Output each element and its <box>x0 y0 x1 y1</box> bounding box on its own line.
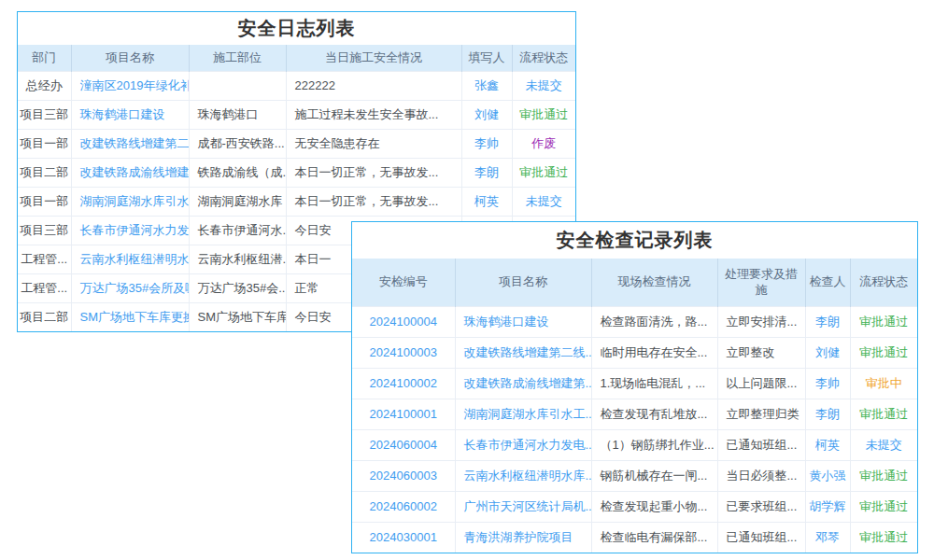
measures-cell: 当日必须整... <box>717 460 805 491</box>
writer-link[interactable]: 张鑫 <box>461 71 512 100</box>
status-badge: 未提交 <box>512 71 575 100</box>
column-header: 流程状态 <box>850 259 917 306</box>
column-header: 项目名称 <box>71 45 189 71</box>
site-check-cell: （1）钢筋绑扎作业... <box>591 429 717 460</box>
situation-cell: 无安全隐患存在 <box>286 129 461 158</box>
department-cell: 项目三部 <box>18 100 71 129</box>
project-link[interactable]: 潼南区2019年绿化补贴项... <box>71 71 189 100</box>
inspector-link[interactable]: 柯英 <box>805 429 850 460</box>
inspector-link[interactable]: 黄小强 <box>805 460 850 491</box>
table-row: 2024100001湖南洞庭湖水库引水工...检查发现有乱堆放...立即整理归类… <box>352 399 917 429</box>
status-badge: 审批通过 <box>850 460 917 491</box>
project-link[interactable]: 长春市伊通河水力发电厂... <box>71 216 189 245</box>
measures-cell: 已要求班组... <box>717 491 805 522</box>
project-link[interactable]: 湖南洞庭湖水库引水工... <box>455 399 591 429</box>
department-cell: 项目一部 <box>18 187 71 216</box>
inspection-code-link[interactable]: 2024060003 <box>352 460 455 491</box>
column-header: 流程状态 <box>512 45 575 71</box>
project-link[interactable]: 改建铁路线增建第二线... <box>455 337 591 368</box>
project-link[interactable]: 珠海鹤港口建设 <box>455 306 591 337</box>
inspection-record-table: 安检编号项目名称现场检查情况处理要求及措施检查人流程状态 2024100004珠… <box>352 259 917 553</box>
table-row: 项目三部珠海鹤港口建设珠海鹤港口施工过程未发生安全事故...刘健审批通过 <box>18 100 575 129</box>
project-link[interactable]: 改建铁路成渝线增建第... <box>455 368 591 399</box>
situation-cell: 本日一切正常，无事故发... <box>286 158 461 187</box>
department-cell: 项目二部 <box>18 158 71 187</box>
location-cell: 云南水利枢纽潜... <box>189 245 286 273</box>
inspector-link[interactable]: 李帅 <box>805 368 850 399</box>
department-cell: 工程管... <box>18 273 71 302</box>
status-badge: 审批通过 <box>850 337 917 368</box>
safety-log-header: 部门项目名称施工部位当日施工安全情况填写人流程状态 <box>18 45 575 71</box>
status-badge: 审批通过 <box>850 399 917 429</box>
safety-log-title: 安全日志列表 <box>18 12 575 45</box>
measures-cell: 立即整改 <box>717 337 805 368</box>
site-check-cell: 1.现场临电混乱，... <box>591 368 717 399</box>
status-badge: 审批通过 <box>850 491 917 522</box>
column-header: 部门 <box>18 45 71 71</box>
inspection-code-link[interactable]: 2024030001 <box>352 522 455 553</box>
project-link[interactable]: 广州市天河区统计局机... <box>455 491 591 522</box>
site-check-cell: 检查发现起重小物... <box>591 491 717 522</box>
table-row: 2024060002广州市天河区统计局机...检查发现起重小物...已要求班组.… <box>352 491 917 522</box>
column-header: 安检编号 <box>352 259 455 306</box>
location-cell <box>189 71 286 100</box>
status-badge: 审批中 <box>850 368 917 399</box>
column-header: 项目名称 <box>455 259 591 306</box>
inspector-link[interactable]: 李朗 <box>805 399 850 429</box>
table-row: 2024060004长春市伊通河水力发电...（1）钢筋绑扎作业...已通知班组… <box>352 429 917 460</box>
location-cell: 成都-西安铁路... <box>189 129 286 158</box>
project-link[interactable]: 青海洪湖养护院项目 <box>455 522 591 553</box>
project-link[interactable]: 云南水利枢纽潜明水库... <box>455 460 591 491</box>
inspection-code-link[interactable]: 2024060004 <box>352 429 455 460</box>
department-cell: 项目一部 <box>18 129 71 158</box>
inspection-code-link[interactable]: 2024100001 <box>352 399 455 429</box>
project-link[interactable]: 长春市伊通河水力发电... <box>455 429 591 460</box>
project-link[interactable]: SM广场地下车库更换摄... <box>71 302 189 331</box>
inspection-code-link[interactable]: 2024100002 <box>352 368 455 399</box>
table-row: 2024100003改建铁路线增建第二线...临时用电存在安全...立即整改刘健… <box>352 337 917 368</box>
inspection-code-link[interactable]: 2024100004 <box>352 306 455 337</box>
table-row: 项目一部湖南洞庭湖水库引水工程...湖南洞庭湖水库本日一切正常，无事故发...柯… <box>18 187 575 216</box>
status-badge: 审批通过 <box>512 158 575 187</box>
site-check-cell: 检查发现有乱堆放... <box>591 399 717 429</box>
inspector-link[interactable]: 刘健 <box>805 337 850 368</box>
column-header: 施工部位 <box>189 45 286 71</box>
column-header: 填写人 <box>461 45 512 71</box>
inspector-link[interactable]: 李朗 <box>805 306 850 337</box>
inspector-link[interactable]: 胡学辉 <box>805 491 850 522</box>
project-link[interactable]: 珠海鹤港口建设 <box>71 100 189 129</box>
inspection-code-link[interactable]: 2024060002 <box>352 491 455 522</box>
situation-cell: 222222 <box>286 71 461 100</box>
project-link[interactable]: 改建铁路线增建第二线直... <box>71 129 189 158</box>
situation-cell: 本日一切正常，无事故发... <box>286 187 461 216</box>
status-badge: 审批通过 <box>512 100 575 129</box>
status-badge: 未提交 <box>512 187 575 216</box>
project-link[interactable]: 改建铁路成渝线增建第二... <box>71 158 189 187</box>
situation-cell: 施工过程未发生安全事故... <box>286 100 461 129</box>
writer-link[interactable]: 刘健 <box>461 100 512 129</box>
status-badge: 作废 <box>512 129 575 158</box>
project-link[interactable]: 湖南洞庭湖水库引水工程... <box>71 187 189 216</box>
table-row: 总经办潼南区2019年绿化补贴项...222222张鑫未提交 <box>18 71 575 100</box>
table-row: 项目二部改建铁路成渝线增建第二...铁路成渝线（成...本日一切正常，无事故发.… <box>18 158 575 187</box>
project-link[interactable]: 云南水利枢纽潜明水库一... <box>71 245 189 273</box>
measures-cell: 以上问题限... <box>717 368 805 399</box>
site-check-cell: 临时用电存在安全... <box>591 337 717 368</box>
inspection-record-header: 安检编号项目名称现场检查情况处理要求及措施检查人流程状态 <box>352 259 917 306</box>
column-header: 处理要求及措施 <box>717 259 805 306</box>
writer-link[interactable]: 柯英 <box>461 187 512 216</box>
status-badge: 审批通过 <box>850 522 917 553</box>
location-cell: 铁路成渝线（成... <box>189 158 286 187</box>
location-cell: 长春市伊通河水... <box>189 216 286 245</box>
table-row: 2024060003云南水利枢纽潜明水库...钢筋机械存在一闸...当日必须整.… <box>352 460 917 491</box>
department-cell: 工程管... <box>18 245 71 273</box>
writer-link[interactable]: 李帅 <box>461 129 512 158</box>
department-cell: 项目三部 <box>18 216 71 245</box>
status-badge: 审批通过 <box>850 306 917 337</box>
inspection-code-link[interactable]: 2024100003 <box>352 337 455 368</box>
location-cell: 珠海鹤港口 <box>189 100 286 129</box>
project-link[interactable]: 万达广场35#会所及咖啡... <box>71 273 189 302</box>
writer-link[interactable]: 李朗 <box>461 158 512 187</box>
inspector-link[interactable]: 邓琴 <box>805 522 850 553</box>
location-cell: 湖南洞庭湖水库 <box>189 187 286 216</box>
